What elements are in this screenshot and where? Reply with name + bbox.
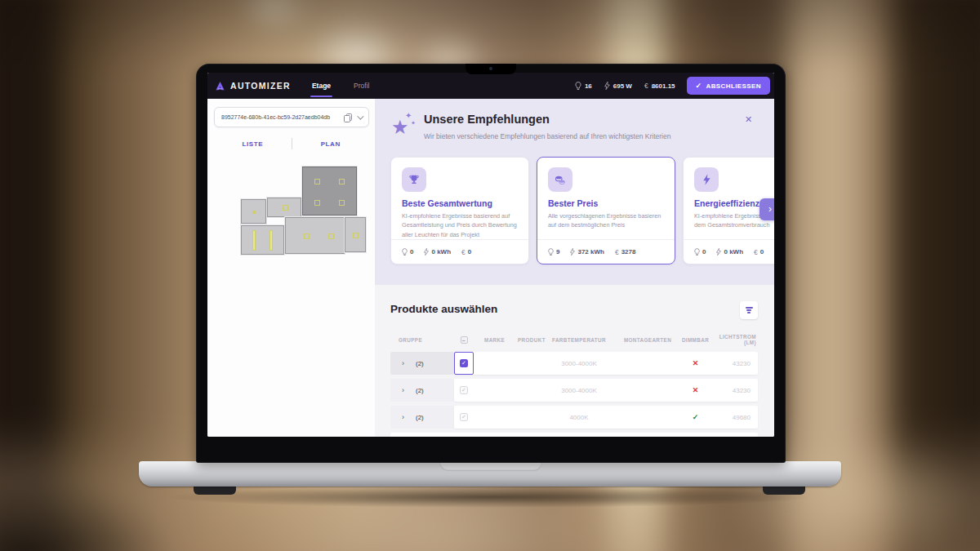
row-checkbox[interactable]: ✓	[460, 386, 468, 394]
products-title: Produkte auswählen	[390, 303, 497, 315]
checkbox-cell: ✓	[454, 352, 474, 375]
lichtstrom-value: 49680	[713, 414, 758, 421]
col-lichtstrom: LICHTSTROM (LM)	[713, 334, 758, 345]
light-marker[interactable]	[353, 233, 359, 238]
row-body[interactable]: ✓ 4000K ✓ 49680	[454, 406, 758, 429]
app-window: AUTOMIZER Etage Profil 16 695 W	[207, 73, 774, 437]
euro-icon: €	[754, 248, 758, 256]
bolt-icon	[694, 167, 719, 192]
col-dimmbar: DIMMBAR	[678, 337, 713, 343]
bolt-icon	[424, 248, 429, 256]
light-marker[interactable]	[314, 179, 320, 184]
light-marker[interactable]	[304, 233, 310, 239]
card-stat-energy: 372 kWh	[570, 248, 604, 256]
tab-etage[interactable]: Etage	[312, 73, 331, 99]
page: AUTOMIZER Etage Profil 16 695 W	[0, 0, 980, 551]
main-content: ★ ✦ ✦ Unsere Empfehlungen Wir bieten ver…	[375, 99, 774, 437]
light-marker[interactable]	[339, 200, 345, 206]
col-montagearten: MONTAGEARTEN	[617, 337, 678, 343]
group-count: (2)	[416, 387, 424, 394]
finish-button[interactable]: ✓ ABSCHLIESSEN	[687, 77, 770, 95]
laptop-shadow	[167, 487, 813, 508]
dimmbar-yes-icon: ✓	[678, 413, 713, 421]
card-stat-lights: 0	[402, 248, 413, 256]
stat-cost: € 8601.15	[644, 82, 675, 90]
tab-plan[interactable]: PLAN	[292, 140, 370, 148]
light-marker[interactable]	[252, 211, 256, 214]
group-cell[interactable]: › (2)	[390, 379, 454, 402]
plan-room[interactable]	[285, 217, 345, 254]
lightbulb-icon	[548, 248, 554, 256]
topbar-stats: 16 695 W € 8601.15	[575, 82, 675, 91]
card-beste-gesamtwertung[interactable]: Beste Gesamtwertung KI-empfohlene Ergebn…	[390, 157, 529, 264]
trophy-icon	[402, 167, 426, 192]
close-icon[interactable]: ✕	[745, 115, 752, 124]
stat-cost-value: 8601.15	[652, 82, 675, 90]
webcam-icon	[489, 67, 492, 70]
col-farbtemperatur: FARBTEMPERATUR	[541, 337, 617, 343]
light-marker[interactable]	[328, 233, 334, 239]
card-stat-price: € 0	[754, 248, 764, 256]
card-description: Alle vorgeschlagenen Ergebnisse basieren…	[548, 211, 666, 230]
group-cell[interactable]: › (2)	[390, 406, 454, 429]
table-row-partial	[390, 433, 758, 437]
chevron-right-icon[interactable]: ›	[402, 386, 404, 394]
coins-icon	[548, 167, 572, 192]
table-row: › (2) ✓ 3000-4000K ✕ 43230	[390, 379, 758, 402]
floor-select-dropdown[interactable]: 8952774e-680b-41ec-bc59-2d27aedb04db	[214, 107, 369, 127]
recommendation-cards: Beste Gesamtwertung KI-empfohlene Ergebn…	[390, 157, 774, 264]
plan-room[interactable]	[302, 167, 357, 216]
row-body[interactable]: ✓ 3000-4000K ✕ 43230	[454, 379, 758, 402]
farbtemperatur-value: 3000-4000K	[541, 360, 617, 367]
lightbulb-icon	[694, 248, 700, 256]
card-bester-preis[interactable]: Bester Preis Alle vorgeschlagenen Ergebn…	[537, 157, 675, 264]
tab-liste[interactable]: LISTE	[214, 140, 292, 148]
lightbulb-icon	[575, 82, 581, 91]
row-checkbox[interactable]: ✓	[460, 359, 468, 367]
light-marker[interactable]	[270, 230, 273, 251]
copy-icon[interactable]	[344, 113, 351, 122]
card-stats: 0 0 kWh € 0	[391, 239, 528, 264]
brand[interactable]: AUTOMIZER	[207, 81, 291, 91]
filter-button[interactable]	[740, 301, 758, 319]
card-stats: 9 372 kWh € 3278	[537, 239, 675, 264]
chevron-right-icon[interactable]: ›	[402, 413, 404, 421]
group-count: (2)	[416, 360, 424, 367]
main-nav: Etage Profil	[312, 73, 370, 99]
checkbox-cell: ✓	[454, 406, 474, 429]
table-header: GRUPPE – MARKE PRODUKT FARBTEMPERATUR MO…	[390, 332, 758, 347]
light-marker[interactable]	[314, 200, 320, 206]
group-cell[interactable]: › (2)	[390, 352, 454, 375]
light-marker[interactable]	[339, 179, 345, 184]
plan-room[interactable]	[267, 198, 301, 217]
chevron-right-icon[interactable]: ›	[402, 359, 404, 367]
bolt-icon	[716, 248, 721, 256]
plan-room[interactable]	[345, 217, 366, 252]
plan-room[interactable]	[241, 225, 284, 255]
select-all-checkbox[interactable]: –	[461, 336, 468, 344]
row-checkbox[interactable]: ✓	[460, 413, 468, 421]
carousel-next-button[interactable]: ›	[760, 198, 774, 220]
lichtstrom-value: 43230	[713, 360, 758, 367]
floor-select-value: 8952774e-680b-41ec-bc59-2d27aedb04db	[221, 114, 341, 120]
light-marker[interactable]	[283, 205, 288, 211]
stat-power: 695 W	[604, 82, 632, 90]
plan-room[interactable]	[241, 199, 266, 224]
stat-power-value: 695 W	[613, 82, 632, 90]
light-marker[interactable]	[252, 230, 256, 251]
laptop-screen: AUTOMIZER Etage Profil 16 695 W	[196, 64, 786, 463]
card-stat-energy: 0 kWh	[424, 248, 451, 256]
brand-name: AUTOMIZER	[230, 81, 291, 91]
card-stat-price: € 3278	[615, 248, 636, 256]
recommendations-subtitle: Wir bieten verschiedene Empfehlungen bas…	[424, 132, 670, 140]
euro-icon: €	[615, 248, 619, 256]
header-checkbox-cell: –	[454, 336, 474, 344]
recommendations-panel: ★ ✦ ✦ Unsere Empfehlungen Wir bieten ver…	[375, 99, 774, 285]
floor-plan[interactable]	[241, 165, 366, 255]
card-title: Energieeffizienz	[694, 198, 760, 208]
chevron-down-icon	[357, 113, 363, 119]
tab-profil[interactable]: Profil	[354, 73, 369, 99]
row-body[interactable]: ✓ 3000-4000K ✕ 43230	[454, 352, 758, 375]
col-gruppe: GRUPPE	[390, 337, 454, 343]
table-row: › (2) ✓ 4000K ✓ 49680	[390, 406, 758, 429]
